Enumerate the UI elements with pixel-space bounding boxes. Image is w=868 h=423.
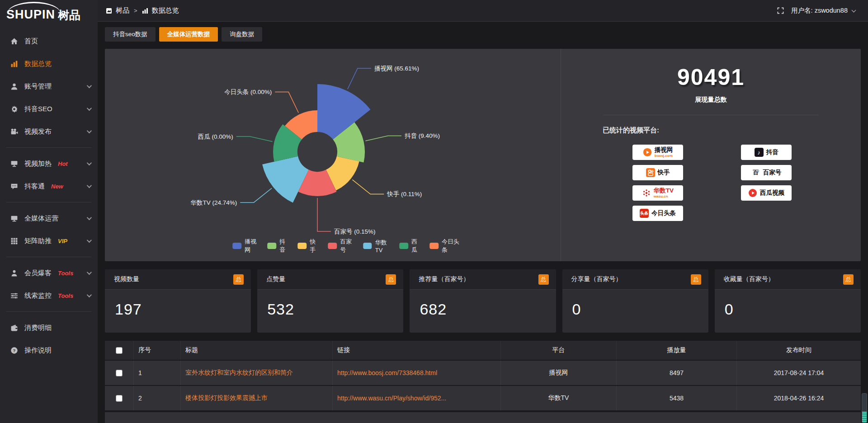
legend-label: 今日头条 (442, 238, 460, 254)
gear-icon (10, 105, 18, 113)
chevron-down-icon (87, 106, 92, 111)
label-leader-line (365, 136, 401, 141)
sidebar-item-omnimedia-operation[interactable]: 全媒体运营 (0, 207, 98, 230)
tools-tag: Tools (58, 270, 73, 277)
legend-item-播视网[interactable]: 播视网 (232, 238, 258, 254)
legend-item-华数TV[interactable]: 华数TV (363, 239, 390, 254)
pie-label: 华数TV (24.74%) (191, 199, 237, 206)
tab-douyin-seo-data[interactable]: 抖音seo数据 (105, 27, 156, 42)
total-badge[interactable]: 总 (538, 274, 549, 285)
help-circle-icon: ? (10, 346, 18, 354)
sidebar-item-label: 会员爆客 (24, 269, 52, 277)
legend-swatch (363, 243, 372, 249)
douyin-logo-icon: ♪ (755, 148, 764, 157)
tab-inquiry-data[interactable]: 询盘数据 (222, 27, 262, 42)
cell-plays: 5438 (617, 386, 737, 410)
sidebar-item-label: 视频发布 (24, 127, 52, 136)
sidebar-item-douketong[interactable]: 抖客通 New (0, 175, 98, 197)
total-badge[interactable]: 总 (691, 274, 701, 285)
stat-cards-row: 视频数量总 197 点赞量总 532 推荐量（百家号）总 682 分享量（百家号… (105, 269, 861, 333)
pie-slice-华数TV[interactable] (262, 156, 309, 203)
platform-name: 华数TV (654, 188, 674, 194)
sidebar-divider (6, 202, 91, 202)
table-row: 1 室外水纹灯和室内水纹灯的区别和简介 http://www.boosj.com… (105, 361, 861, 385)
breadcrumb: 树品 > 数据总览 (106, 6, 179, 15)
username-label[interactable]: 用户名: zswodun88 (791, 6, 848, 15)
breadcrumb-page[interactable]: 数据总览 (152, 6, 179, 15)
bar-chart-icon (10, 60, 18, 68)
cell-publish-time: 2017-08-24 17:04 (737, 361, 861, 385)
video-title-link[interactable]: 楼体投影灯投影效果震撼上市 (185, 394, 268, 401)
legend-item-百家号[interactable]: 百家号 (328, 238, 354, 254)
legend-item-抖音[interactable]: 抖音 (268, 238, 289, 254)
total-badge[interactable]: 总 (386, 274, 396, 285)
video-camera-icon (10, 127, 18, 136)
total-badge[interactable]: 总 (843, 274, 854, 285)
legend-swatch (298, 243, 307, 249)
sidebar-item-lead-monitoring[interactable]: 线索监控 Tools (0, 284, 98, 307)
legend-swatch (328, 243, 337, 249)
boosj-logo-icon (643, 148, 652, 157)
sidebar-item-video-publish[interactable]: 视频发布 (0, 120, 98, 143)
legend-item-今日头条[interactable]: 今日头条 (429, 238, 460, 254)
col-header-no: 序号 (134, 341, 181, 360)
sidebar-item-label: 矩阵助推 (24, 237, 52, 245)
app-logo[interactable]: SHUPIN 树品 (0, 0, 98, 24)
platform-badge-boosj: 播视网boosj.com (632, 145, 683, 160)
legend-item-快手[interactable]: 快手 (298, 238, 319, 254)
legend-item-西瓜[interactable]: 西瓜 (399, 238, 420, 254)
video-title-link[interactable]: 室外水纹灯和室内水纹灯的区别和简介 (185, 369, 293, 376)
wallet-icon (10, 324, 18, 332)
chevron-down-icon (87, 160, 92, 165)
platform-badge-douyin: ♪ 抖音 (741, 145, 792, 160)
pie-label: 播视网 (65.61%) (374, 65, 419, 72)
scrollbar[interactable] (862, 393, 867, 423)
stat-card-title: 推荐量（百家号） (419, 275, 469, 283)
stat-card-title: 点赞量 (266, 275, 285, 283)
video-url-link[interactable]: http://www.wasu.cn/Play/show/id/952... (337, 395, 446, 402)
sidebar-item-home[interactable]: 首页 (0, 30, 98, 52)
sidebar-item-data-overview[interactable]: 数据总览 (0, 52, 98, 75)
sidebar-item-douyin-seo[interactable]: 抖音SEO (0, 98, 98, 120)
stat-card-title: 分享量（百家号） (571, 275, 622, 283)
user-icon (10, 82, 18, 90)
cell-platform: 播视网 (501, 361, 617, 385)
platform-name: 快手 (658, 169, 670, 176)
sidebar-item-label: 消费明细 (24, 324, 52, 332)
breadcrumb-app[interactable]: 树品 (116, 6, 129, 15)
platform-badge-xigua: 西瓜视频 (741, 185, 792, 201)
table-header-row: 序号 标题 链接 平台 播放量 发布时间 (105, 341, 861, 360)
col-header-platform: 平台 (501, 341, 617, 360)
wasu-logo-icon (642, 188, 651, 197)
chevron-down-icon[interactable] (852, 8, 856, 12)
sidebar-item-account-management[interactable]: 账号管理 (0, 75, 98, 98)
sidebar-item-matrix-boost[interactable]: 矩阵助推 VIP (0, 230, 98, 252)
label-leader-line (275, 92, 298, 113)
breadcrumb-separator: > (134, 7, 137, 14)
chevron-down-icon (87, 215, 92, 220)
sidebar-item-instructions[interactable]: ? 操作说明 (0, 339, 98, 362)
pie-label: 百家号 (0.15%) (334, 228, 376, 235)
row-checkbox[interactable] (116, 395, 123, 402)
tab-omnimedia-operation-data[interactable]: 全媒体运营数据 (159, 27, 218, 42)
video-url-link[interactable]: http://www.boosj.com/7338468.html (337, 369, 437, 376)
scrollbar-thumb[interactable] (862, 412, 867, 423)
fullscreen-icon[interactable] (777, 7, 784, 14)
label-leader-line (348, 68, 371, 89)
platform-sub: wasu.cn (654, 195, 674, 198)
table-row: 2 楼体投影灯投影效果震撼上市 http://www.wasu.cn/Play/… (105, 386, 861, 410)
sidebar-item-label: 首页 (24, 37, 38, 46)
dashboard-page: SHUPIN 树品 首页 数据总览 账号管理 抖音SEO (0, 0, 868, 423)
video-table-section: 序号 标题 链接 平台 播放量 发布时间 1 室外水纹灯和室内水纹灯的区别和简 (105, 340, 861, 423)
total-impressions-label: 展现量总数 (561, 96, 861, 104)
sidebar-item-member-baoke[interactable]: 会员爆客 Tools (0, 262, 98, 284)
sidebar-item-label: 抖音SEO (24, 105, 52, 113)
label-leader-line (240, 188, 272, 202)
total-badge[interactable]: 总 (233, 274, 244, 285)
stat-card-value: 0 (562, 290, 708, 318)
sidebar-item-video-heating[interactable]: 视频加热 Hot (0, 152, 98, 175)
hot-tag: Hot (58, 160, 68, 167)
sidebar-item-consumption-detail[interactable]: 消费明细 (0, 316, 98, 339)
row-checkbox[interactable] (116, 370, 123, 376)
select-all-checkbox[interactable] (116, 347, 123, 354)
